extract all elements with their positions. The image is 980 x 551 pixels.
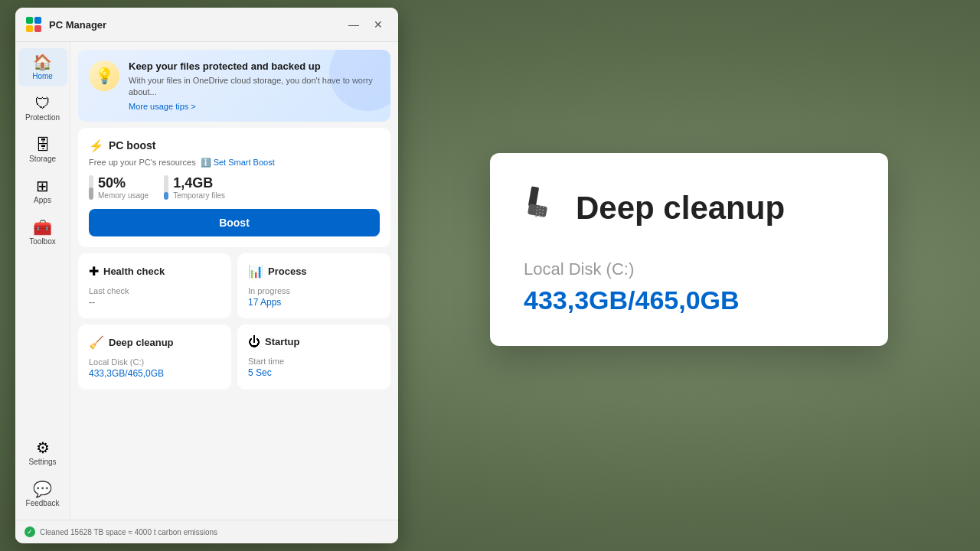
promo-icon: 💡 (89, 60, 119, 91)
memory-bar-container: 50% Memory usage (89, 175, 149, 200)
storage-icon: 🗄 (35, 137, 51, 152)
cards-grid-bottom: 🧹 Deep cleanup Local Disk (C:) 433,3GB/4… (78, 324, 390, 390)
window-title: PC Manager (49, 19, 343, 31)
memory-bar (89, 175, 93, 200)
shield-icon: 🛡 (35, 96, 51, 111)
process-title: Process (268, 266, 307, 277)
sidebar-item-home[interactable]: 🏠 Home (18, 48, 67, 86)
title-bar: PC Manager — ✕ (15, 8, 398, 42)
svg-rect-1 (34, 17, 41, 24)
health-check-last-check-label: Last check (89, 286, 220, 295)
feedback-icon: 💬 (33, 481, 52, 497)
window-controls: — ✕ (343, 14, 389, 35)
sidebar-item-label: Feedback (26, 499, 60, 507)
popup-disk-label: Local Disk (C:) (524, 259, 854, 279)
startup-card[interactable]: ⏻ Startup Start time 5 Sec (237, 324, 390, 390)
temp-value: 1,4GB (173, 175, 225, 191)
promo-text: Keep your files protected and backed up … (129, 60, 380, 111)
close-button[interactable]: ✕ (368, 14, 389, 35)
boost-title: PC boost (109, 139, 155, 152)
startup-time-value: 5 Sec (248, 367, 380, 378)
promo-link[interactable]: More usage tips > (129, 102, 380, 111)
smart-boost-link[interactable]: ℹ️ Set Smart Boost (201, 158, 275, 168)
app-logo (24, 15, 43, 34)
boost-button[interactable]: Boost (89, 209, 380, 236)
health-check-icon: ✚ (89, 264, 99, 279)
deep-cleanup-icon: 🧹 (89, 335, 104, 350)
apps-icon: ⊞ (36, 178, 49, 194)
cards-grid-top: ✚ Health check Last check -- 📊 Process I… (78, 253, 390, 318)
temp-label: Temporary files (173, 191, 225, 200)
process-status-label: In progress (248, 286, 380, 295)
minimize-button[interactable]: — (343, 14, 364, 35)
bulb-icon: 💡 (95, 67, 114, 85)
health-check-last-check-value: -- (89, 297, 220, 308)
sidebar-item-label: Toolbox (29, 237, 55, 246)
temp-value-group: 1,4GB Temporary files (173, 175, 225, 200)
sidebar-item-label: Apps (34, 196, 51, 204)
boost-header: ⚡ PC boost (89, 139, 380, 153)
window-body: 🏠 Home 🛡 Protection 🗄 Storage ⊞ Apps 🧰 T… (15, 42, 398, 520)
startup-title: Startup (265, 336, 300, 347)
boost-subtitle: Free up your PC's resources ℹ️ Set Smart… (89, 158, 380, 168)
memory-value-group: 50% Memory usage (98, 175, 149, 200)
settings-icon: ⚙ (36, 440, 50, 455)
memory-bar-fill (89, 187, 93, 200)
popup-broom-icon (524, 184, 564, 232)
sidebar-item-settings[interactable]: ⚙ Settings (18, 434, 67, 472)
toolbox-icon: 🧰 (33, 220, 52, 235)
health-check-title: Health check (103, 266, 165, 277)
memory-label: Memory usage (98, 191, 149, 200)
sidebar-item-feedback[interactable]: 💬 Feedback (18, 475, 67, 514)
process-header: 📊 Process (248, 264, 380, 279)
sidebar-item-toolbox[interactable]: 🧰 Toolbox (18, 214, 67, 252)
temp-bar-container: 1,4GB Temporary files (164, 175, 225, 200)
deep-cleanup-disk-label: Local Disk (C:) (89, 357, 220, 367)
sidebar-item-label: Settings (28, 458, 56, 466)
sidebar: 🏠 Home 🛡 Protection 🗄 Storage ⊞ Apps 🧰 T… (15, 42, 70, 520)
temp-stat: 1,4GB Temporary files (164, 175, 225, 200)
popup-disk-value: 433,3GB/465,0GB (524, 285, 854, 315)
health-check-card[interactable]: ✚ Health check Last check -- (78, 253, 231, 318)
deep-cleanup-card[interactable]: 🧹 Deep cleanup Local Disk (C:) 433,3GB/4… (78, 324, 231, 390)
promo-title: Keep your files protected and backed up (129, 60, 380, 72)
pc-manager-window: PC Manager — ✕ 🏠 Home 🛡 Protection 🗄 Sto… (15, 8, 398, 543)
smart-boost-label: Set Smart Boost (214, 158, 275, 167)
sidebar-item-protection[interactable]: 🛡 Protection (18, 90, 67, 128)
deep-cleanup-title: Deep cleanup (109, 337, 174, 348)
svg-rect-0 (26, 17, 33, 24)
startup-time-label: Start time (248, 357, 380, 366)
popup-title: Deep cleanup (576, 190, 785, 227)
health-check-header: ✚ Health check (89, 264, 220, 279)
process-icon: 📊 (248, 264, 263, 279)
promo-card[interactable]: 💡 Keep your files protected and backed u… (78, 50, 390, 122)
sidebar-item-label: Home (32, 72, 53, 80)
deep-cleanup-popup: Deep cleanup Local Disk (C:) 433,3GB/465… (490, 153, 888, 346)
info-icon: ℹ️ (201, 158, 211, 168)
boost-subtitle-text: Free up your PC's resources (89, 158, 196, 167)
temp-bar (164, 175, 168, 200)
sidebar-item-storage[interactable]: 🗄 Storage (18, 131, 67, 169)
home-icon: 🏠 (33, 54, 52, 70)
sidebar-item-label: Storage (29, 155, 56, 163)
temp-bar-fill (164, 192, 168, 200)
svg-rect-2 (26, 25, 33, 32)
bottom-bar-text: Cleaned 15628 TB space ≈ 4000 t carbon e… (40, 528, 217, 536)
boost-stats: 50% Memory usage 1,4GB Temp (89, 175, 380, 200)
memory-value: 50% (98, 175, 149, 191)
deep-cleanup-disk-value: 433,3GB/465,0GB (89, 368, 220, 379)
process-apps-value: 17 Apps (248, 297, 380, 308)
boost-icon: ⚡ (89, 139, 104, 153)
sidebar-item-label: Protection (25, 113, 60, 122)
startup-header: ⏻ Startup (248, 335, 380, 349)
svg-rect-4 (528, 186, 539, 207)
process-card[interactable]: 📊 Process In progress 17 Apps (237, 253, 390, 318)
memory-stat: 50% Memory usage (89, 175, 149, 200)
deep-cleanup-header: 🧹 Deep cleanup (89, 335, 220, 350)
green-status-dot: ✓ (24, 527, 35, 537)
promo-description: With your files in OneDrive cloud storag… (129, 75, 380, 99)
popup-header: Deep cleanup (524, 184, 854, 232)
svg-rect-3 (34, 25, 41, 32)
sidebar-item-apps[interactable]: ⊞ Apps (18, 172, 67, 210)
startup-icon: ⏻ (248, 335, 260, 349)
